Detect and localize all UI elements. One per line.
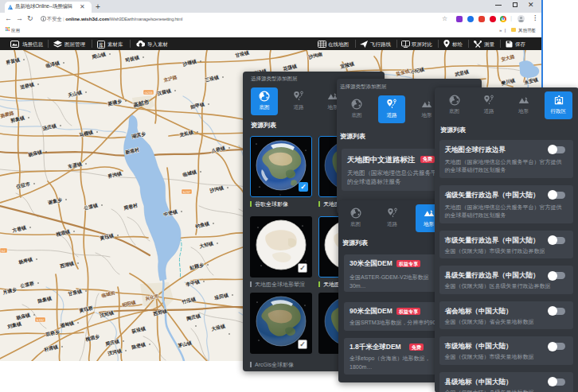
svg-text:G2: G2 (1, 249, 6, 253)
svg-text:陶庄镇: 陶庄镇 (186, 312, 201, 322)
svg-text:仪征市: 仪征市 (15, 180, 31, 190)
svg-text:刘集镇: 刘集镇 (6, 320, 22, 330)
svg-text:临城镇: 临城镇 (182, 169, 197, 178)
svg-text:垛田镇: 垛田镇 (213, 292, 229, 301)
svg-text:临城街: 临城街 (101, 290, 116, 299)
svg-text:S332: S332 (37, 318, 45, 322)
svg-text:昭阳镇: 昭阳镇 (122, 299, 137, 309)
svg-text:汤庄镇: 汤庄镇 (41, 122, 57, 132)
svg-text:八桥镇: 八桥镇 (210, 145, 226, 154)
svg-text:槐泗乡: 槐泗乡 (84, 333, 100, 343)
svg-text:汉留镇: 汉留镇 (156, 88, 172, 97)
svg-text:S237: S237 (183, 190, 191, 194)
svg-text:荻垛镇: 荻垛镇 (131, 325, 146, 335)
svg-text:京沪路: 京沪路 (162, 74, 178, 83)
svg-text:小纪镇: 小纪镇 (409, 67, 425, 76)
svg-text:龙虬镇: 龙虬镇 (178, 130, 194, 138)
svg-text:G233: G233 (144, 91, 153, 95)
svg-text:周巷村: 周巷村 (123, 202, 139, 212)
svg-text:大邹镇: 大邹镇 (198, 240, 214, 250)
svg-text:武坚镇: 武坚镇 (454, 68, 470, 78)
svg-text:陈堡镇: 陈堡镇 (131, 341, 146, 351)
svg-text:杨庙镇: 杨庙镇 (27, 149, 43, 158)
svg-text:司徒镇: 司徒镇 (124, 54, 140, 64)
svg-text:陈集镇: 陈集镇 (37, 295, 53, 305)
svg-text:库: 库 (99, 41, 104, 47)
svg-text:周山镇: 周山镇 (91, 51, 107, 60)
svg-text:界沟镇: 界沟镇 (107, 170, 123, 180)
svg-text:谢集乡: 谢集乡 (47, 196, 63, 206)
svg-text:汊河镇: 汊河镇 (107, 347, 123, 357)
svg-text:杨庙镇: 杨庙镇 (15, 312, 31, 321)
svg-text:茅山镇: 茅山镇 (177, 340, 193, 349)
svg-text:沙堰镇: 沙堰镇 (182, 58, 197, 68)
svg-text:沙沟南: 沙沟南 (307, 52, 323, 60)
svg-text:缸顾乡: 缸顾乡 (189, 262, 205, 271)
svg-text:西湖镇: 西湖镇 (59, 260, 75, 270)
svg-text:周庄镇: 周庄镇 (104, 338, 120, 347)
svg-text:天山镇: 天山镇 (67, 89, 83, 99)
svg-text:界首镇: 界首镇 (5, 56, 21, 66)
svg-text:三垛镇: 三垛镇 (205, 74, 220, 83)
svg-text:甘垛镇: 甘垛镇 (234, 50, 250, 59)
svg-text:大垛镇: 大垛镇 (210, 323, 226, 332)
svg-text:月塘乡: 月塘乡 (2, 286, 18, 296)
svg-text:杨寿镇: 杨寿镇 (18, 257, 33, 266)
svg-text:竹泓镇: 竹泓镇 (181, 296, 197, 305)
svg-text:方巷镇: 方巷镇 (11, 224, 27, 234)
svg-text:安大路: 安大路 (501, 54, 516, 63)
svg-text:沙沟镇: 沙沟镇 (209, 185, 225, 194)
svg-text:双桥乡: 双桥乡 (45, 328, 61, 338)
svg-text:郭集镇: 郭集镇 (10, 114, 25, 124)
svg-text:公道桥: 公道桥 (19, 281, 36, 289)
